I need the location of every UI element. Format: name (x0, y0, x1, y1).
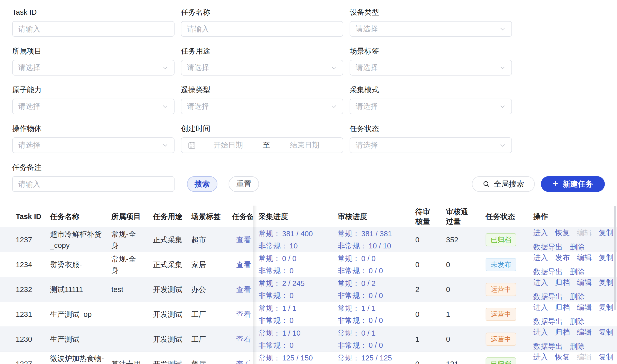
field-operate-object: 操作物体 请选择 (12, 124, 175, 153)
col-task-name: 任务名称 (50, 206, 111, 227)
atomic-ability-select[interactable]: 请选择 (12, 99, 175, 114)
cell-scene: 工厂 (191, 302, 232, 326)
action-link[interactable]: 恢复 (555, 351, 570, 362)
action-link[interactable]: 复制 (599, 351, 613, 362)
scene-tag-select[interactable]: 请选择 (350, 60, 512, 76)
view-remark-link[interactable]: 查看 (236, 334, 251, 345)
cell-approved-count: 121 (444, 352, 486, 364)
action-link[interactable]: 数据导出 (533, 291, 563, 302)
cell-actions: 进入 归档 编辑 复制 数据导出 删除 (533, 327, 617, 351)
action-link[interactable]: 删除 (570, 241, 585, 252)
view-remark-link[interactable]: 查看 (236, 358, 251, 364)
action-link[interactable]: 编辑 (577, 302, 592, 313)
operate-object-select[interactable]: 请选择 (12, 137, 175, 153)
task-remark-label: 任务备注 (12, 163, 175, 172)
calendar-icon (187, 141, 196, 150)
action-link[interactable]: 进入 (533, 351, 548, 362)
field-task-status: 任务状态 请选择 (350, 124, 512, 153)
field-project: 所属项目 请选择 (12, 46, 175, 76)
action-link[interactable]: 编辑 (577, 326, 592, 338)
action-link[interactable]: 数据导出 (533, 266, 563, 277)
cell-project: test (111, 277, 153, 302)
action-link[interactable]: 复制 (599, 227, 613, 238)
new-task-button[interactable]: + 新建任务 (541, 176, 605, 192)
action-link[interactable]: 删除 (570, 341, 585, 352)
action-link[interactable]: 发布 (555, 252, 570, 263)
action-link[interactable]: 复制 (599, 277, 613, 288)
start-date-placeholder: 开始日期 (196, 140, 260, 150)
action-link[interactable]: 归档 (555, 326, 570, 338)
cell-scene: 家居 (191, 252, 232, 277)
task-name-input[interactable] (181, 21, 343, 37)
action-link[interactable]: 进入 (533, 302, 548, 313)
teleop-type-select[interactable]: 请选择 (181, 99, 343, 114)
action-link[interactable]: 进入 (533, 326, 548, 338)
view-remark-link[interactable]: 查看 (236, 234, 251, 245)
action-link[interactable]: 编辑 (577, 252, 592, 263)
reset-button[interactable]: 重置 (229, 176, 259, 192)
task-id-label: Task ID (12, 8, 175, 17)
select-placeholder: 请选择 (187, 63, 331, 73)
action-link[interactable]: 编辑 (577, 351, 592, 362)
table-row: 1230 生产测试 开发测试 工厂 查看 常规：1 / 10 非常规：0 常规：… (0, 326, 617, 351)
action-link[interactable]: 进入 (533, 277, 548, 288)
action-link[interactable]: 删除 (570, 291, 585, 302)
task-remark-input[interactable] (12, 176, 175, 192)
cell-review-progress: 常规：1 / 1 非常规：0 / 0 (332, 302, 410, 326)
action-link[interactable]: 数据导出 (533, 241, 563, 252)
collect-mode-select[interactable]: 请选择 (350, 99, 512, 114)
action-link[interactable]: 数据导出 (533, 341, 563, 352)
action-link[interactable]: 归档 (555, 277, 570, 288)
vertical-scrollbar-thumb[interactable] (614, 206, 616, 310)
form-row-4: 操作物体 请选择 创建时间 开始日期 至 (12, 124, 605, 153)
task-id-input[interactable] (12, 21, 175, 37)
col-task-id: Task ID (0, 206, 50, 227)
cell-collect-progress: 常规：1 / 1 非常规：0 (253, 302, 332, 326)
filter-form: Task ID 任务名称 设备类型 请选择 所属项目 请选择 (0, 0, 617, 192)
action-link[interactable]: 复制 (599, 326, 613, 338)
action-link[interactable]: 删除 (570, 266, 585, 277)
cell-task-name: 超市冷鲜柜补货_copy (50, 227, 111, 252)
cell-purpose: 开发测试 (153, 352, 191, 364)
action-link[interactable]: 编辑 (577, 227, 592, 238)
action-link[interactable]: 归档 (555, 302, 570, 313)
cell-scene: 工厂 (191, 327, 232, 351)
action-link[interactable]: 复制 (599, 252, 613, 263)
task-status-select[interactable]: 请选择 (350, 137, 512, 153)
form-row-2: 所属项目 请选择 任务用途 请选择 场景标签 请选择 (12, 46, 605, 76)
cell-collect-progress: 常规：0 / 0 非常规：0 (253, 252, 332, 277)
col-pending-review: 待审核量 (410, 206, 444, 227)
cell-task-id: 1231 (0, 302, 50, 326)
cell-approved-count: 0 (444, 252, 486, 277)
table-row: 1237 超市冷鲜柜补货_copy 常规-全身 正式采集 超市 查看 常规：38… (0, 227, 617, 252)
view-remark-link[interactable]: 查看 (236, 259, 251, 270)
search-button[interactable]: 搜索 (187, 176, 217, 192)
action-link[interactable]: 恢复 (555, 227, 570, 238)
project-select[interactable]: 请选择 (12, 60, 175, 76)
new-task-label: 新建任务 (563, 179, 593, 189)
cell-review-progress: 常规：381 / 381 非常规：10 / 10 (332, 227, 410, 252)
action-link[interactable]: 删除 (570, 316, 585, 327)
action-link[interactable]: 数据导出 (533, 316, 563, 327)
status-badge: 运营中 (486, 283, 516, 296)
global-search-button[interactable]: 全局搜索 (472, 176, 535, 192)
cell-task-name: 测试11111 (50, 277, 111, 302)
purpose-select[interactable]: 请选择 (181, 60, 343, 76)
action-link[interactable]: 进入 (533, 252, 548, 263)
cell-project: 算法专用 (111, 352, 153, 364)
view-remark-link[interactable]: 查看 (236, 284, 251, 295)
view-remark-link[interactable]: 查看 (236, 309, 251, 320)
action-link[interactable]: 进入 (533, 227, 548, 238)
cell-review-progress: 常规：0 / 2 非常规：0 / 0 (332, 277, 410, 302)
chevron-down-icon (499, 103, 506, 110)
cell-task-name: 熨烫衣服- (50, 252, 111, 277)
create-time-range-picker[interactable]: 开始日期 至 结束日期 (181, 137, 343, 153)
chevron-down-icon (331, 64, 337, 71)
action-link[interactable]: 编辑 (577, 277, 592, 288)
select-placeholder: 请选择 (18, 63, 162, 73)
cell-purpose: 开发测试 (153, 302, 191, 326)
action-link[interactable]: 复制 (599, 302, 613, 313)
device-type-select[interactable]: 请选择 (350, 21, 512, 37)
table-row: 1231 生产测试_op 开发测试 工厂 查看 常规：1 / 1 非常规：0 常… (0, 302, 617, 326)
col-actions: 操作 (533, 206, 617, 227)
